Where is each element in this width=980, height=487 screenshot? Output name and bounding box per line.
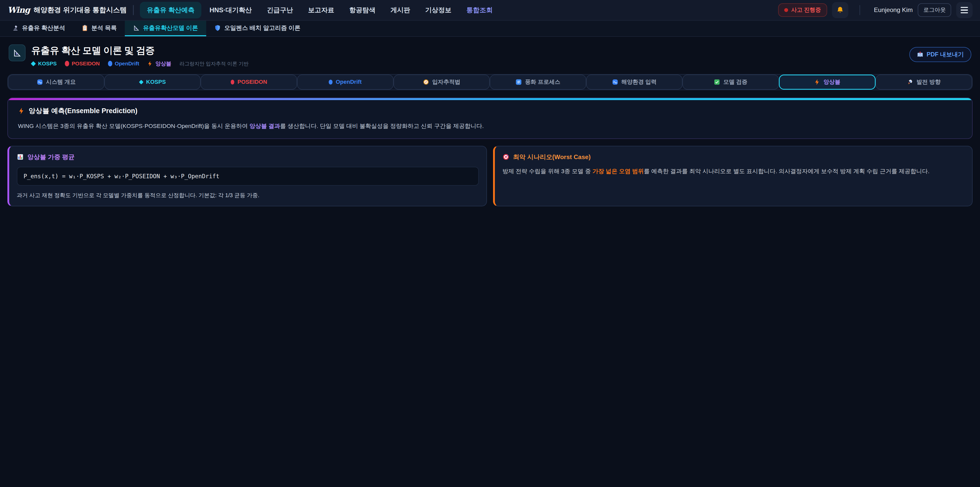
incident-status-badge: 사고 진행중	[778, 3, 827, 17]
shield-icon	[214, 24, 221, 31]
badge-opendrift: OpenDrift	[108, 61, 139, 67]
badge-note: 라그랑지안 입자추적 이론 기반	[180, 60, 248, 67]
worst-case-card: 최악 시나리오(Worst Case) 방제 전략 수립을 위해 3종 모델 중…	[493, 146, 972, 206]
app-root: Wing 해양환경 위기대응 통합시스템 유출유 확산예측 HNS·대기확산 긴…	[0, 0, 980, 487]
section-opendrift[interactable]: OpenDrift	[297, 75, 393, 89]
model-badge-row: KOSPS POSEIDON OpenDrift 앙상블 라그랑지안 입자추적 …	[31, 60, 909, 67]
divider	[859, 5, 860, 15]
section-future-direction[interactable]: 발전 방향	[876, 75, 972, 89]
topbar-right: 사고 진행중 Eunjeong Kim 로그아웃	[778, 2, 972, 18]
pdf-export-button[interactable]: PDF 내보내기	[909, 47, 971, 62]
rocket-icon	[907, 79, 913, 85]
book-export-icon	[917, 51, 924, 58]
ensemble-panel-title-row: 앙상블 예측(Ensemble Prediction)	[18, 106, 962, 115]
worst-case-title-row: 최악 시나리오(Worst Case)	[503, 153, 965, 161]
menu-item-emergency-rescue[interactable]: 긴급구난	[260, 2, 300, 18]
section-particle-tracking[interactable]: 입자추적법	[393, 75, 490, 89]
set-square-icon	[13, 48, 22, 58]
tab-diffusion-model-theory[interactable]: 유출유확산모델 이론	[125, 21, 206, 37]
page-icon-tile	[9, 45, 25, 61]
menu-item-hns-atmospheric[interactable]: HNS·대기확산	[203, 2, 259, 18]
worst-case-title: 최악 시나리오(Worst Case)	[513, 153, 590, 161]
worst-case-description: 방제 전략 수립을 위해 3종 모델 중 가장 넓은 오염 범위를 예측한 결과…	[503, 167, 965, 176]
brand[interactable]: Wing 해양환경 위기대응 통합시스템	[7, 5, 127, 15]
ensemble-panel-description: WING 시스템은 3종의 유출유 확산 모델(KOSPS·POSEIDON·O…	[18, 121, 962, 130]
menu-toggle-button[interactable]	[956, 2, 973, 18]
badge-poseidon: POSEIDON	[65, 61, 100, 67]
menu-item-reports[interactable]: 보고자료	[301, 2, 341, 18]
diamond-icon	[139, 80, 143, 85]
red-dot-icon	[784, 8, 788, 12]
menu-item-weather-info[interactable]: 기상정보	[418, 2, 458, 18]
tab-spill-analysis[interactable]: 유출유 확산분석	[4, 21, 73, 37]
weighted-average-card: 앙상블 가중 평균 P_ens(x,t) = w₁·P_KOSPS + w₂·P…	[7, 146, 487, 206]
section-system-overview[interactable]: 시스템 개요	[8, 75, 104, 89]
section-poseidon[interactable]: POSEIDON	[200, 75, 297, 89]
badge-kosps: KOSPS	[31, 61, 57, 67]
top-navigation-bar: Wing 해양환경 위기대응 통합시스템 유출유 확산예측 HNS·대기확산 긴…	[0, 0, 980, 21]
bell-icon	[836, 6, 844, 14]
weighted-average-title: 앙상블 가중 평균	[27, 153, 75, 161]
ensemble-panel-title: 앙상블 예측(Ensemble Prediction)	[29, 106, 137, 115]
tab-analysis-list[interactable]: 분석 목록	[73, 21, 125, 37]
repeat-icon	[515, 79, 522, 85]
section-weathering-process[interactable]: 풍화 프로세스	[490, 75, 586, 89]
tab-bar: 유출유 확산분석 분석 목록 유출유확산모델 이론 오일펜스 배치 알고리즘 이…	[0, 21, 980, 37]
blue-ellipse-icon	[108, 61, 112, 66]
red-ellipse-icon	[231, 80, 234, 85]
bar-chart-icon	[17, 153, 24, 160]
wave-icon	[37, 79, 43, 85]
section-ensemble[interactable]: 앙상블	[779, 75, 876, 89]
highlight-widest-range: 가장 넓은 오염 범위	[593, 168, 644, 174]
weighted-average-title-row: 앙상블 가중 평균	[17, 153, 479, 161]
divider	[133, 5, 134, 15]
highlight-ensemble-result: 앙상블 결과	[249, 123, 280, 129]
hamburger-icon	[961, 7, 968, 13]
logout-button[interactable]: 로그아웃	[918, 3, 951, 17]
blue-ellipse-icon	[329, 80, 332, 85]
ensemble-prediction-panel: 앙상블 예측(Ensemble Prediction) WING 시스템은 3종…	[7, 97, 972, 139]
wave-icon	[612, 79, 618, 85]
section-marine-environment-input[interactable]: 해양환경 입력	[586, 75, 682, 89]
section-kosps[interactable]: KOSPS	[104, 75, 201, 89]
clipboard-icon	[81, 24, 88, 31]
cards-row: 앙상블 가중 평균 P_ens(x,t) = w₁·P_KOSPS + w₂·P…	[7, 146, 972, 206]
lightning-icon	[147, 60, 153, 67]
menu-item-oil-spill-prediction[interactable]: 유출유 확산예측	[140, 2, 201, 18]
user-name: Eunjeong Kim	[874, 6, 913, 14]
tab-oil-fence-algorithm-theory[interactable]: 오일펜스 배치 알고리즘 이론	[206, 21, 309, 37]
ensemble-formula: P_ens(x,t) = w₁·P_KOSPS + w₂·P_POSEIDON …	[17, 167, 479, 186]
compass-icon	[423, 79, 429, 85]
menu-item-aerial-search[interactable]: 항공탐색	[342, 2, 383, 18]
page-header: 유출유 확산 모델 이론 및 검증 KOSPS POSEIDON OpenDri…	[0, 37, 980, 73]
menu-item-integrated-search[interactable]: 통합조회	[460, 2, 500, 18]
diamond-icon	[31, 61, 36, 66]
set-square-icon	[133, 24, 140, 31]
check-icon	[714, 79, 720, 85]
main-menu: 유출유 확산예측 HNS·대기확산 긴급구난 보고자료 항공탐색 게시판 기상정…	[140, 2, 778, 18]
red-ellipse-icon	[65, 61, 69, 66]
section-nav: 시스템 개요 KOSPS POSEIDON OpenDrift 입자추적법 풍화…	[7, 74, 972, 90]
page-header-text: 유출유 확산 모델 이론 및 검증 KOSPS POSEIDON OpenDri…	[31, 45, 909, 67]
app-title: 해양환경 위기대응 통합시스템	[34, 5, 127, 14]
badge-ensemble: 앙상블	[147, 60, 171, 67]
section-model-validation[interactable]: 모델 검증	[682, 75, 779, 89]
lightning-icon	[18, 107, 25, 114]
microscope-icon	[12, 24, 19, 31]
wing-logo: Wing	[7, 5, 30, 15]
notification-button[interactable]	[832, 2, 848, 18]
menu-item-board[interactable]: 게시판	[383, 2, 417, 18]
target-icon	[503, 153, 509, 160]
page-title: 유출유 확산 모델 이론 및 검증	[31, 45, 909, 57]
weighted-average-note: 과거 사고 재현 정확도 기반으로 각 모델별 가중치를 동적으로 산정합니다.…	[17, 191, 479, 200]
lightning-icon	[814, 79, 820, 85]
